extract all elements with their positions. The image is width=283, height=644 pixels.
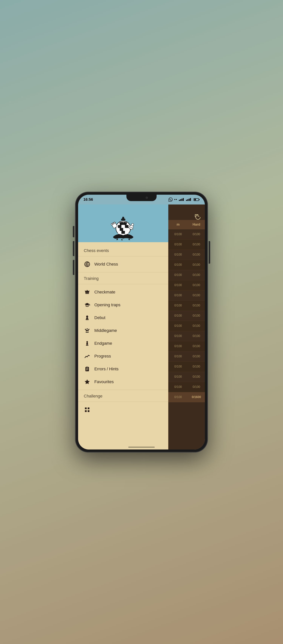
score-row-13: 0/100 0/100 (168, 362, 205, 372)
phone-inner: 16:56 •• (78, 195, 205, 450)
menu-item-championship[interactable] (78, 403, 168, 416)
phone-outer: 16:56 •• (76, 192, 207, 452)
opening-traps-label: Opening traps (94, 302, 120, 308)
score-medium-14: 0/100 (168, 375, 188, 378)
main-content: Chess events (78, 204, 205, 450)
menu-item-world-chess[interactable]: World Chess (78, 258, 168, 271)
menu-item-progress[interactable]: Progress (78, 350, 168, 362)
camera-dot (146, 196, 148, 199)
svg-point-29 (86, 316, 88, 318)
menu-item-favourites[interactable]: Favourites (78, 376, 168, 388)
svg-rect-37 (86, 345, 88, 346)
power-button[interactable] (209, 241, 210, 264)
menu-item-opening-traps[interactable]: Opening traps (78, 298, 168, 311)
score-hard-4: 0/100 (188, 273, 205, 277)
svg-rect-39 (86, 366, 88, 367)
svg-rect-16 (121, 219, 125, 220)
star-icon (84, 378, 91, 385)
svg-rect-6 (125, 225, 128, 228)
training-label: Training (78, 274, 168, 282)
progress-label: Progress (94, 354, 111, 359)
svg-point-32 (87, 328, 88, 329)
svg-rect-30 (86, 319, 89, 320)
score-medium-11: 0/100 (168, 344, 188, 348)
home-indicator (128, 447, 155, 448)
score-row-3: 0/100 0/100 (168, 260, 205, 270)
world-chess-label: World Chess (94, 262, 118, 267)
svg-marker-34 (86, 329, 89, 332)
svg-point-15 (123, 217, 124, 218)
score-row-5: 0/100 0/100 (168, 280, 205, 290)
score-hard-12: 0/100 (188, 355, 205, 358)
score-medium-0: 0/100 (168, 232, 188, 236)
score-medium-3: 0/100 (168, 263, 188, 266)
score-row-16: 0/100 0/1600 (168, 392, 205, 402)
score-row-0: 0/100 0/100 (168, 229, 205, 240)
favourites-label: Favourites (94, 380, 114, 384)
score-medium-15: 0/100 (168, 385, 188, 388)
score-row-2: 0/100 0/100 (168, 250, 205, 260)
svg-point-36 (86, 341, 88, 343)
checkmate-label: Checkmate (94, 290, 115, 294)
score-row-8: 0/100 0/100 (168, 311, 205, 321)
score-hard-9: 0/100 (188, 324, 205, 328)
graduation-icon (84, 302, 91, 308)
score-row-6: 0/100 0/100 (168, 290, 205, 300)
svg-rect-35 (86, 332, 89, 332)
score-hard-1: 0/100 (188, 243, 205, 246)
svg-rect-8 (123, 228, 127, 231)
score-medium-16: 0/100 (168, 396, 188, 399)
score-hard-14: 0/100 (188, 375, 205, 378)
svg-rect-11 (125, 231, 128, 234)
score-row-15: 0/100 0/100 (168, 382, 205, 392)
menu-item-endgame[interactable]: Endgame (78, 337, 168, 350)
svg-rect-4 (118, 225, 122, 228)
menu-item-errors-hints[interactable]: Errors / Hints (78, 362, 168, 376)
score-medium-10: 0/100 (168, 334, 188, 338)
svg-rect-7 (120, 228, 123, 231)
score-medium-1: 0/100 (168, 243, 188, 246)
svg-rect-5 (122, 225, 125, 228)
mute-button[interactable] (73, 226, 74, 237)
menu-item-middlegame[interactable]: Middlegame (78, 324, 168, 337)
score-medium-9: 0/100 (168, 324, 188, 328)
col-hard: Hard (188, 222, 205, 226)
crown-icon (84, 289, 91, 296)
grid-icon (84, 406, 91, 413)
menu-item-debut[interactable]: Debut (78, 311, 168, 324)
chess-events-label: Chess events (78, 246, 168, 254)
drawer: Chess events (78, 204, 168, 450)
score-medium-2: 0/100 (168, 253, 188, 256)
score-medium-8: 0/100 (168, 314, 188, 318)
score-hard-5: 0/100 (188, 284, 205, 287)
score-row-7: 0/100 0/100 (168, 300, 205, 311)
score-row-1: 0/100 0/100 (168, 240, 205, 250)
bishop-icon (84, 340, 91, 347)
notch (126, 195, 157, 201)
score-hard-10: 0/100 (188, 334, 205, 338)
whatsapp-icon (168, 198, 173, 202)
scores-list: 0/100 0/100 0/100 0/100 0/100 0/100 0/ (168, 229, 205, 450)
history-icon[interactable] (194, 214, 201, 220)
volume-up-button[interactable] (73, 241, 74, 256)
battery-icon (194, 198, 200, 201)
score-row-10: 0/100 0/100 (168, 331, 205, 341)
signal-bars-1 (179, 198, 184, 201)
score-row-9: 0/100 0/100 (168, 321, 205, 331)
svg-marker-25 (85, 290, 89, 293)
drawer-header (78, 204, 168, 242)
drawer-content: Chess events (78, 242, 168, 450)
svg-rect-46 (85, 410, 87, 412)
pawn-icon (84, 314, 91, 321)
score-hard-6: 0/100 (188, 294, 205, 297)
signal-bars-2 (186, 198, 191, 201)
svg-rect-45 (88, 408, 89, 409)
score-row-12: 0/100 0/100 (168, 352, 205, 362)
score-hard-16: 0/1600 (188, 396, 205, 399)
menu-item-checkmate[interactable]: Checkmate (78, 286, 168, 298)
volume-down-button[interactable] (73, 260, 74, 275)
screen: 16:56 •• (78, 195, 205, 450)
globe-icon (84, 261, 91, 268)
score-hard-2: 0/100 (188, 253, 205, 256)
score-medium-4: 0/100 (168, 273, 188, 277)
